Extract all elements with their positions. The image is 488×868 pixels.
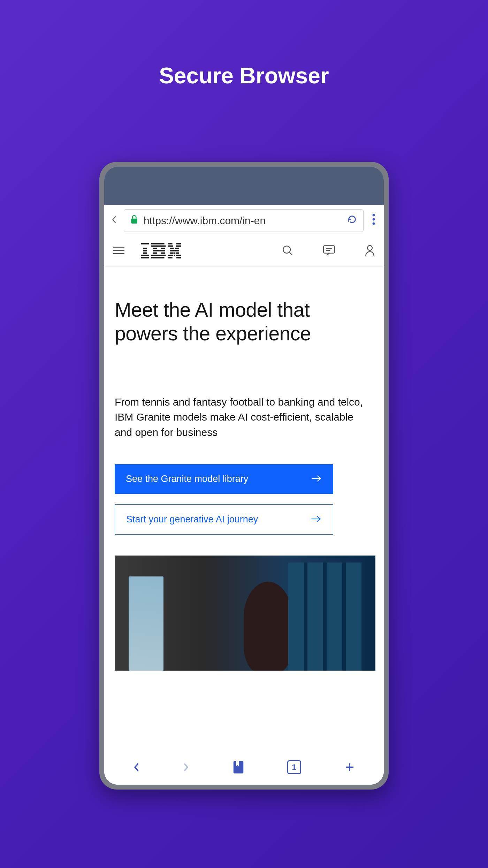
svg-rect-40 bbox=[323, 246, 335, 253]
url-text: https://www.ibm.com/in-en bbox=[144, 215, 342, 227]
svg-rect-10 bbox=[143, 250, 147, 251]
nav-forward-button[interactable] bbox=[183, 762, 190, 772]
chevron-left-icon bbox=[133, 762, 140, 772]
person-silhouette bbox=[244, 582, 292, 671]
arrow-right-icon bbox=[311, 473, 322, 485]
search-icon bbox=[282, 245, 293, 256]
hero-body-text: From tennis and fantasy football to bank… bbox=[115, 394, 373, 440]
svg-point-2 bbox=[373, 218, 375, 220]
status-bar bbox=[104, 167, 384, 205]
svg-rect-28 bbox=[175, 248, 179, 249]
svg-rect-33 bbox=[168, 255, 173, 256]
svg-rect-22 bbox=[151, 257, 164, 258]
profile-button[interactable] bbox=[365, 244, 375, 258]
arrow-right-icon bbox=[311, 513, 322, 526]
svg-point-3 bbox=[373, 222, 375, 225]
svg-rect-29 bbox=[170, 250, 179, 251]
nav-back-button[interactable] bbox=[133, 762, 140, 772]
chat-button[interactable] bbox=[323, 245, 335, 257]
svg-rect-31 bbox=[176, 252, 179, 254]
new-tab-button[interactable] bbox=[344, 762, 355, 773]
bookmarks-button[interactable] bbox=[233, 761, 244, 774]
bottom-nav: 1 bbox=[104, 752, 384, 785]
svg-rect-26 bbox=[176, 246, 181, 247]
svg-rect-11 bbox=[143, 252, 147, 254]
browser-toolbar: https://www.ibm.com/in-en bbox=[104, 205, 384, 236]
tab-count: 1 bbox=[287, 760, 301, 774]
svg-rect-16 bbox=[153, 248, 157, 249]
svg-rect-18 bbox=[153, 250, 165, 251]
svg-rect-24 bbox=[176, 243, 181, 244]
svg-rect-27 bbox=[170, 248, 174, 249]
hamburger-menu-button[interactable] bbox=[113, 246, 124, 256]
secondary-cta-label: Start your generative AI journey bbox=[126, 514, 258, 525]
svg-rect-34 bbox=[176, 255, 181, 256]
primary-cta-label: See the Granite model library bbox=[126, 474, 248, 484]
svg-rect-13 bbox=[141, 257, 149, 258]
svg-rect-25 bbox=[168, 246, 173, 247]
hero-image bbox=[115, 556, 375, 671]
svg-rect-7 bbox=[141, 243, 149, 244]
reload-button[interactable] bbox=[347, 214, 357, 227]
svg-rect-12 bbox=[141, 255, 149, 256]
svg-line-39 bbox=[290, 252, 292, 255]
bookmark-icon bbox=[233, 761, 244, 774]
overflow-menu-button[interactable] bbox=[369, 213, 378, 228]
plus-icon bbox=[344, 762, 355, 773]
lock-icon bbox=[130, 215, 138, 226]
url-bar[interactable]: https://www.ibm.com/in-en bbox=[124, 209, 364, 232]
site-header bbox=[104, 236, 384, 266]
svg-rect-17 bbox=[161, 248, 165, 249]
svg-rect-30 bbox=[170, 252, 173, 254]
svg-point-38 bbox=[283, 246, 290, 253]
svg-point-43 bbox=[367, 246, 372, 250]
chevron-right-icon bbox=[183, 762, 190, 772]
svg-rect-35 bbox=[168, 257, 172, 258]
phone-screen: https://www.ibm.com/in-en bbox=[104, 167, 384, 785]
phone-frame: https://www.ibm.com/in-en bbox=[99, 162, 389, 790]
svg-rect-32 bbox=[173, 252, 175, 254]
chevron-left-icon bbox=[111, 216, 117, 224]
svg-rect-19 bbox=[153, 252, 157, 254]
ibm-logo[interactable] bbox=[140, 243, 182, 259]
primary-cta-button[interactable]: See the Granite model library bbox=[115, 464, 333, 494]
svg-rect-15 bbox=[151, 246, 166, 247]
secondary-cta-button[interactable]: Start your generative AI journey bbox=[115, 504, 333, 535]
toolbar-back-button[interactable] bbox=[110, 215, 118, 226]
svg-rect-37 bbox=[174, 255, 175, 256]
svg-point-1 bbox=[373, 214, 375, 216]
svg-rect-0 bbox=[131, 219, 137, 224]
svg-rect-21 bbox=[151, 255, 166, 256]
page-title: Secure Browser bbox=[159, 63, 329, 89]
svg-rect-36 bbox=[176, 257, 181, 258]
svg-rect-23 bbox=[168, 243, 172, 244]
svg-rect-14 bbox=[151, 243, 164, 244]
hero-heading: Meet the AI model that powers the experi… bbox=[115, 298, 373, 346]
content-area: Meet the AI model that powers the experi… bbox=[104, 266, 384, 752]
chat-icon bbox=[323, 245, 335, 256]
svg-rect-20 bbox=[161, 252, 165, 254]
user-icon bbox=[365, 244, 375, 256]
tabs-button[interactable]: 1 bbox=[287, 760, 301, 774]
search-button[interactable] bbox=[282, 245, 293, 257]
svg-rect-9 bbox=[143, 248, 147, 249]
